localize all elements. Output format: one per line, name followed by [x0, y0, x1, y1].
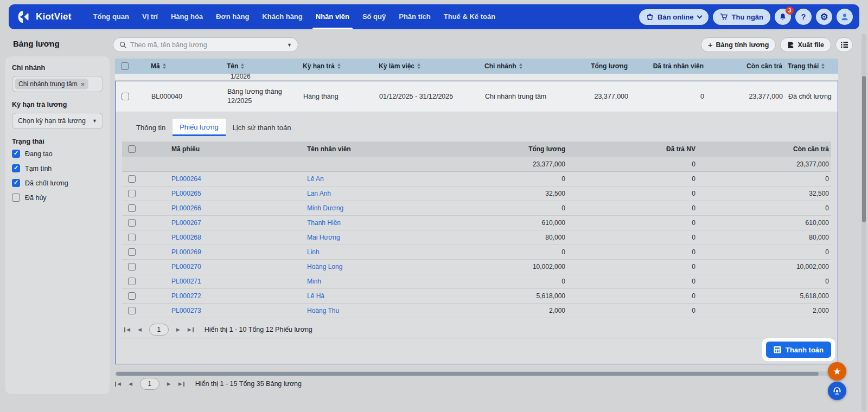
checkbox-checked[interactable]: [12, 164, 20, 172]
checkbox-checked[interactable]: [12, 179, 20, 187]
select-all-checkbox[interactable]: [121, 62, 129, 70]
payslip-row[interactable]: PL000269 Linh 0 0 0: [122, 245, 831, 260]
sort-icon[interactable]: [519, 63, 522, 69]
nav-item-6[interactable]: Nhân viên: [309, 4, 356, 29]
employee-name-link[interactable]: Thanh Hiền: [307, 219, 341, 227]
payslip-code-link[interactable]: PL000273: [171, 307, 201, 314]
employee-name-link[interactable]: Lan Anh: [307, 190, 331, 197]
nav-item-9[interactable]: Thuế & Kế toán: [437, 4, 502, 29]
kiotviet-logo[interactable]: KiotViet: [17, 10, 72, 24]
payslip-row[interactable]: PL000270 Hoàng Long 10,002,000 0 10,002,…: [122, 260, 831, 274]
payslip-checkbox[interactable]: [128, 219, 136, 227]
sort-icon[interactable]: [241, 63, 244, 69]
payslip-code-link[interactable]: PL000264: [171, 175, 201, 183]
column-settings-button[interactable]: [835, 37, 853, 52]
column-header[interactable]: Tên: [218, 62, 294, 70]
horizontal-scrollbar-thumb[interactable]: [116, 372, 819, 376]
payslip-code-link[interactable]: PL000267: [171, 219, 201, 227]
rewards-floating-button[interactable]: ★: [828, 362, 846, 381]
status-filter-option-3[interactable]: Đã chốt lương: [12, 179, 103, 187]
payslip-checkbox[interactable]: [128, 175, 136, 183]
sort-icon[interactable]: [337, 63, 341, 69]
payslip-code-link[interactable]: PL000268: [171, 234, 201, 241]
column-header[interactable]: Kỳ làm việc: [370, 62, 476, 70]
last-page-icon[interactable]: ▶: [188, 327, 194, 332]
row-checkbox[interactable]: [122, 93, 129, 100]
payslip-row[interactable]: PL000268 Mai Hương 80,000 0 80,000: [122, 230, 831, 245]
payslip-row[interactable]: PL000267 Thanh Hiền 610,000 0 610,000: [122, 216, 831, 230]
page-number[interactable]: 1: [149, 324, 169, 336]
payslip-checkbox[interactable]: [128, 190, 136, 197]
payslip-checkbox[interactable]: [128, 234, 136, 241]
thu-ngan-button[interactable]: Thu ngân: [713, 9, 771, 25]
payslip-code-link[interactable]: PL000265: [171, 190, 201, 197]
tab-2[interactable]: Phiếu lương: [173, 119, 225, 136]
employee-name-link[interactable]: Lê An: [307, 175, 324, 183]
payslip-row[interactable]: PL000265 Lan Anh 32,500 0 32,500: [122, 186, 831, 201]
payslip-checkbox[interactable]: [128, 292, 136, 300]
nav-item-7[interactable]: Số quỹ: [356, 4, 392, 29]
settings-button[interactable]: ⚙: [816, 9, 832, 25]
column-header[interactable]: Mã: [135, 62, 218, 70]
payslip-row[interactable]: PL000271 Minh 0 0 0: [122, 274, 831, 289]
term-filter-select[interactable]: Chọn kỳ hạn trả lương ▼: [12, 113, 103, 129]
vertical-scrollbar-thumb[interactable]: [862, 76, 866, 222]
support-floating-button[interactable]: [828, 382, 846, 400]
employee-name-link[interactable]: Minh: [307, 278, 321, 285]
payslip-code-link[interactable]: PL000270: [171, 263, 201, 271]
payslip-code-link[interactable]: PL000272: [171, 292, 201, 300]
prev-page-icon[interactable]: ◀: [129, 382, 132, 387]
sort-icon[interactable]: [417, 63, 420, 69]
employee-name-link[interactable]: Linh: [307, 248, 320, 256]
employee-name-link[interactable]: Lê Hà: [307, 292, 324, 300]
next-page-icon[interactable]: ▶: [167, 382, 171, 387]
payslip-select-all-checkbox[interactable]: [128, 145, 136, 153]
employee-name-link[interactable]: Mai Hương: [307, 234, 340, 241]
column-header[interactable]: Kỳ hạn trả: [294, 62, 370, 70]
first-page-icon[interactable]: ◀: [124, 327, 130, 332]
account-button[interactable]: [837, 9, 853, 25]
payslip-checkbox[interactable]: [128, 248, 136, 256]
branch-filter-input[interactable]: Chi nhánh trung tâm ×: [12, 76, 103, 92]
first-page-icon[interactable]: ◀: [115, 382, 121, 387]
payslip-row[interactable]: PL000272 Lê Hà 5,618,000 0 5,618,000: [122, 289, 831, 304]
nav-item-4[interactable]: Đơn hàng: [209, 4, 256, 29]
payslip-row[interactable]: PL000273 Hoàng Thu 2,000 0 2,000: [122, 304, 831, 318]
column-header[interactable]: Trạng thái: [788, 62, 838, 70]
employee-name-link[interactable]: Minh Dương: [307, 204, 343, 212]
nav-item-3[interactable]: Hàng hóa: [164, 4, 209, 29]
payslip-row[interactable]: PL000266 Minh Dương 0 0 0: [122, 201, 831, 216]
export-file-button[interactable]: Xuất file: [780, 37, 831, 52]
nav-item-1[interactable]: Tổng quan: [87, 4, 136, 29]
nav-item-5[interactable]: Khách hàng: [256, 4, 309, 29]
help-button[interactable]: ?: [795, 9, 812, 25]
search-caret-icon[interactable]: ▼: [287, 42, 292, 48]
search-bar[interactable]: ▼: [113, 37, 298, 52]
create-payroll-button[interactable]: + Bảng tính lương: [701, 37, 776, 52]
prev-page-icon[interactable]: ◀: [138, 327, 142, 332]
nav-item-2[interactable]: Vị trí: [136, 4, 164, 29]
next-page-icon[interactable]: ▶: [176, 327, 180, 332]
payslip-checkbox[interactable]: [128, 263, 136, 271]
payslip-code-link[interactable]: PL000266: [171, 204, 201, 212]
search-input[interactable]: [130, 41, 283, 49]
payslip-checkbox[interactable]: [128, 278, 136, 285]
status-filter-option-4[interactable]: Đã hủy: [12, 194, 103, 202]
column-header[interactable]: Chi nhánh: [476, 62, 584, 70]
nav-item-8[interactable]: Phân tích: [392, 4, 437, 29]
partially-visible-row[interactable]: 1/2026: [115, 74, 838, 81]
employee-name-link[interactable]: Hoàng Thu: [307, 307, 339, 314]
employee-name-link[interactable]: Hoàng Long: [307, 263, 342, 271]
payslip-code-link[interactable]: PL000269: [171, 248, 201, 256]
payslip-row[interactable]: PL000264 Lê An 0 0 0: [122, 172, 831, 186]
page-number[interactable]: 1: [140, 378, 159, 390]
payslip-checkbox[interactable]: [128, 307, 136, 314]
notifications-button[interactable]: 3: [775, 9, 791, 25]
pay-button[interactable]: Thanh toán: [766, 342, 831, 358]
status-filter-option-2[interactable]: Tạm tính: [12, 164, 103, 172]
tab-3[interactable]: Lịch sử thanh toán: [226, 119, 298, 136]
status-filter-option-1[interactable]: Đang tạo: [12, 150, 103, 158]
sort-icon[interactable]: [163, 63, 166, 69]
chip-close-icon[interactable]: ×: [81, 81, 85, 88]
tab-1[interactable]: Thông tin: [129, 119, 173, 136]
